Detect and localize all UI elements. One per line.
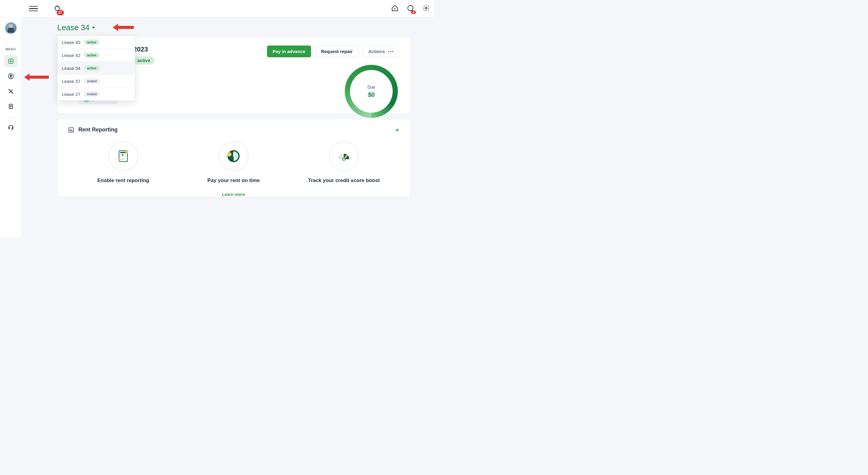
feature-label: Track your credit score boost [308,178,380,184]
notifications-button[interactable]: 27 [54,4,61,13]
chevron-down-icon [92,27,95,29]
feature-pay-on-time: $ Pay your rent on time [191,141,276,184]
status-pill: active [84,65,99,71]
tools-icon [7,88,14,95]
lease-option[interactable]: Lease 45 active [58,36,135,49]
sidebar-item-maintenance[interactable] [4,85,18,97]
headset-icon [7,124,14,130]
notifications-badge: 27 [57,10,64,15]
lease-option[interactable]: Lease 34 active [58,62,135,75]
learn-more-link[interactable]: Learn more [68,192,399,197]
due-label: Due [367,85,375,90]
status-pill: ended [84,91,100,97]
home-button[interactable] [391,4,398,13]
chevron-up-icon[interactable] [396,129,399,131]
feature-label: Enable rent reporting [97,178,149,184]
sidebar-item-payments[interactable] [4,70,18,82]
gear-icon [423,4,430,12]
svg-point-7 [12,93,13,93]
menu-label: MENU [5,47,16,51]
more-dots-icon [388,51,393,52]
lease-option[interactable]: Lease 27 ended [58,88,135,100]
sidebar-item-dashboard[interactable] [4,55,18,67]
feature-label: Pay your rent on time [207,178,260,184]
status-pill: ended [84,78,100,84]
lease-selector[interactable]: Lease 34 [57,23,410,32]
lease-year: 2023 [133,45,148,53]
request-repair-button[interactable]: Request repair [315,45,358,57]
feature-credit-boost: Track your credit score boost [302,141,386,184]
avatar[interactable] [5,22,17,34]
svg-point-21 [125,150,128,153]
sidebar-item-support[interactable] [4,121,18,133]
home-heart-icon [391,4,398,12]
status-pill: active [84,39,99,45]
settings-button[interactable] [423,4,430,13]
report-doc-icon [108,141,138,171]
rent-reporting-card: Rent Reporting E [57,119,410,197]
pay-in-advance-button[interactable]: Pay in advance [267,45,311,57]
status-pill: active [84,53,99,58]
svg-point-22 [118,159,120,161]
rent-reporting-title: Rent Reporting [79,127,118,133]
sidebar: MENU [0,0,22,238]
lease-dropdown: Lease 45 active Lease 42 active Lease 34… [57,36,135,101]
gauge-icon [329,141,359,171]
chat-badge: 2 [411,10,416,14]
svg-text:$: $ [228,153,230,156]
lease-selector-label: Lease 34 [57,23,90,32]
document-icon [7,103,14,110]
menu-toggle-button[interactable] [29,4,38,13]
lease-option-label: Lease 42 [62,53,81,58]
svg-point-6 [9,89,9,90]
actions-label: Actions [368,49,385,54]
main-content: Lease 34 Lease 45 active Lease 42 active… [22,18,434,238]
lease-option[interactable]: Lease 37 ended [58,75,135,88]
clock-dollar-icon: $ [219,141,248,171]
sidebar-separator [5,118,17,118]
lease-status-badge: active [133,56,155,64]
lease-option[interactable]: Lease 42 active [58,49,135,62]
chat-button[interactable]: 2 [407,4,414,13]
annotation-arrow [118,26,134,29]
annotation-arrow [29,76,49,79]
lease-option-label: Lease 45 [62,40,81,45]
sidebar-item-documents[interactable] [4,100,18,113]
lease-option-label: Lease 34 [62,66,81,71]
feature-enable: Enable rent reporting [81,141,165,184]
svg-point-1 [425,7,427,9]
lease-option-label: Lease 27 [62,92,81,97]
svg-rect-20 [120,159,124,160]
grid-icon [7,58,14,64]
lease-option-label: Lease 37 [62,79,81,84]
due-value: $0 [368,91,375,98]
svg-rect-17 [120,152,126,153]
dollar-circle-icon [7,73,14,80]
actions-menu-button[interactable]: Actions [363,45,399,57]
bar-chart-icon [68,127,74,133]
svg-point-26 [343,158,345,160]
divider [5,41,17,42]
svg-rect-19 [120,158,126,159]
top-bar: 27 2 [0,0,434,18]
due-amount-chart: Due $0 [345,65,398,118]
